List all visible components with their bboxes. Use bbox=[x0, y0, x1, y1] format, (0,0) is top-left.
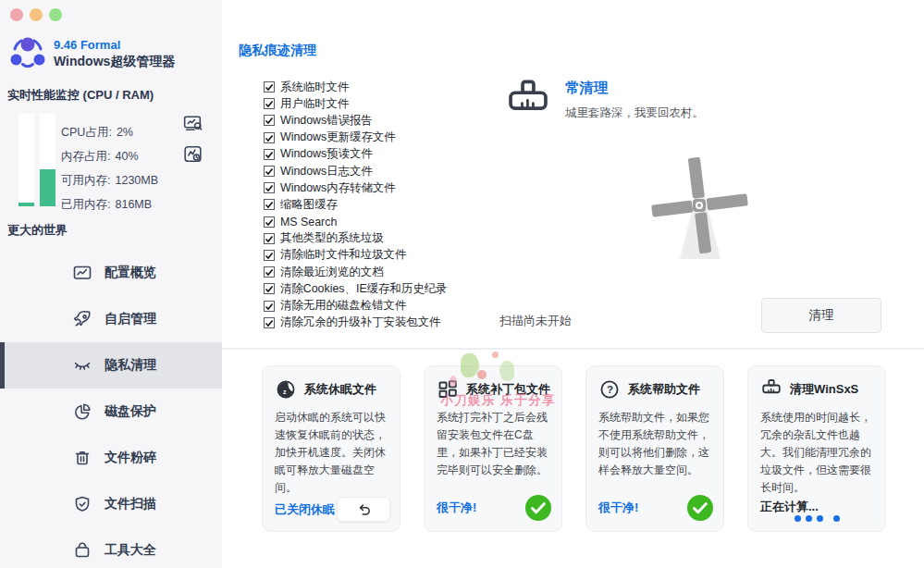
sidebar-item-privacy-clean[interactable]: 隐私清理 bbox=[0, 342, 222, 389]
hibernation-status-link[interactable]: 已关闭休眠 bbox=[275, 501, 335, 518]
cleanup-option[interactable]: 清除冗余的升级补丁安装包文件 bbox=[264, 315, 447, 331]
app-window: 9.46 Formal Windows超级管理器 实时性能监控 (CPU / R… bbox=[0, 0, 924, 568]
cleanup-options-list: 系统临时文件 用户临时文件 Windows错误报告 Windows更新缓存文件 … bbox=[264, 79, 447, 331]
sidebar-item-file-scan[interactable]: 文件扫描 bbox=[0, 481, 222, 527]
traffic-light-close[interactable] bbox=[10, 8, 23, 21]
card-title: 系统休眠文件 bbox=[304, 381, 376, 398]
ram-usage-stat: 内存占用:40% bbox=[61, 144, 158, 168]
main-content: 隐私痕迹清理 系统临时文件 用户临时文件 Windows错误报告 Windows… bbox=[222, 0, 924, 568]
trash-icon bbox=[72, 448, 92, 468]
sidebar-item-autostart[interactable]: 自启管理 bbox=[0, 296, 222, 342]
closed-eye-icon bbox=[72, 355, 92, 376]
card-winsxs-clean: 清理WinSxS 系统使用的时间越长，冗余的杂乱文件也越大。我们能清理冗余的垃圾… bbox=[747, 365, 886, 532]
shield-check-icon bbox=[72, 494, 92, 514]
quick-clean-header: 常清理 城里套路深，我要回农村。 bbox=[504, 78, 704, 126]
sidebar-item-config-overview[interactable]: 配置概览 bbox=[0, 250, 222, 296]
checkbox-checked[interactable] bbox=[264, 250, 275, 261]
svg-text:?: ? bbox=[607, 384, 613, 395]
patch-grid-icon bbox=[437, 378, 459, 401]
section-label: 更大的世界 bbox=[7, 222, 68, 239]
card-description: 系统使用的时间越长，冗余的杂乱文件也越大。我们能清理冗余的垃圾文件，但这需要很长… bbox=[760, 409, 875, 497]
cleanup-option[interactable]: 用户临时文件 bbox=[264, 95, 447, 112]
sidebar-item-label: 磁盘保护 bbox=[105, 403, 156, 420]
sidebar-item-label: 隐私清理 bbox=[105, 357, 156, 374]
sidebar: 9.46 Formal Windows超级管理器 实时性能监控 (CPU / R… bbox=[0, 0, 222, 568]
cleanup-option[interactable]: Windows错误报告 bbox=[264, 112, 447, 129]
sidebar-item-label: 自启管理 bbox=[105, 311, 156, 327]
checkbox-checked[interactable] bbox=[264, 115, 275, 126]
free-ram-stat: 可用内存:1230MB bbox=[61, 168, 158, 192]
traffic-light-maximize[interactable] bbox=[49, 8, 62, 21]
toolbag-icon bbox=[72, 540, 92, 561]
performance-stats: CPU占用:2% 内存占用:40% 可用内存:1230MB 已用内存:816MB bbox=[61, 120, 158, 216]
used-ram-stat: 已用内存:816MB bbox=[61, 192, 158, 216]
checkbox-checked[interactable] bbox=[264, 216, 275, 228]
sidebar-item-disk-protect[interactable]: 磁盘保护 bbox=[0, 389, 222, 435]
windmill-blade bbox=[651, 201, 693, 217]
undo-button[interactable] bbox=[337, 497, 390, 522]
cleanup-option[interactable]: 其他类型的系统垃圾 bbox=[264, 230, 447, 247]
question-icon: ? bbox=[598, 378, 621, 401]
card-title: 系统帮助文件 bbox=[628, 381, 700, 398]
app-logo-row: 9.46 Formal Windows超级管理器 bbox=[7, 35, 175, 72]
sidebar-item-label: 文件扫描 bbox=[105, 496, 156, 512]
cleanup-option[interactable]: 缩略图缓存 bbox=[264, 196, 447, 213]
checkbox-checked[interactable] bbox=[264, 266, 275, 278]
traffic-light-minimize[interactable] bbox=[30, 8, 43, 21]
cleanup-option[interactable]: 清除最近浏览的文档 bbox=[264, 264, 447, 280]
card-help-files: ? 系统帮助文件 系统帮助文件，如果您不使用系统帮助文件，则可以将他们删除，这样… bbox=[585, 365, 724, 532]
svg-text:z: z bbox=[283, 389, 287, 395]
windmill-blade bbox=[687, 157, 704, 199]
scan-status: 扫描尚未开始 bbox=[499, 313, 572, 329]
broom-icon bbox=[760, 378, 782, 401]
watermark-splat bbox=[492, 352, 499, 358]
sidebar-item-label: 工具大全 bbox=[105, 542, 156, 559]
checkbox-checked[interactable] bbox=[264, 233, 275, 244]
checkbox-checked[interactable] bbox=[264, 283, 275, 294]
rocket-icon bbox=[72, 309, 92, 329]
cleanup-option[interactable]: 清除无用的磁盘检错文件 bbox=[264, 297, 447, 314]
sidebar-item-file-shred[interactable]: 文件粉碎 bbox=[0, 435, 222, 481]
sidebar-item-toolbox[interactable]: 工具大全 bbox=[0, 527, 222, 568]
cleanup-option[interactable]: MS Search bbox=[264, 214, 447, 230]
checkbox-checked[interactable] bbox=[264, 132, 275, 143]
windmill-hub bbox=[693, 199, 706, 212]
app-version: 9.46 Formal bbox=[54, 38, 175, 52]
performance-monitor-title: 实时性能监控 (CPU / RAM) bbox=[7, 87, 154, 104]
cleanup-option[interactable]: 清除临时文件和垃圾文件 bbox=[264, 247, 447, 264]
cleanup-option[interactable]: Windows预读文件 bbox=[264, 146, 447, 163]
section-divider bbox=[222, 348, 924, 350]
sidebar-item-label: 配置概览 bbox=[105, 265, 156, 281]
windmill-illustration bbox=[646, 155, 753, 259]
cleanup-option[interactable]: 清除Cookies、IE缓存和历史纪录 bbox=[264, 280, 447, 297]
checkbox-checked[interactable] bbox=[264, 182, 275, 193]
cleanup-option[interactable]: 系统临时文件 bbox=[264, 79, 447, 95]
resource-monitor-icon[interactable] bbox=[181, 112, 204, 135]
cpu-usage-stat: CPU占用:2% bbox=[61, 120, 158, 144]
sidebar-menu: 配置概览 自启管理 隐 bbox=[0, 250, 222, 568]
window-traffic-lights bbox=[10, 8, 62, 21]
clean-check-icon bbox=[524, 494, 552, 522]
cleanup-option[interactable]: Windows内存转储文件 bbox=[264, 179, 447, 196]
card-description: 系统打完补丁之后会残留安装包文件在C盘里，如果补丁已经安装完毕则可以安全删除。 bbox=[437, 409, 551, 479]
checkbox-checked[interactable] bbox=[264, 317, 275, 328]
checkbox-checked[interactable] bbox=[264, 98, 275, 109]
checkbox-checked[interactable] bbox=[264, 166, 275, 177]
card-status: 很干净! bbox=[437, 500, 476, 516]
checkbox-checked[interactable] bbox=[264, 149, 275, 160]
performance-history-icon[interactable] bbox=[181, 142, 204, 166]
system-cards: z 系统休眠文件 启动休眠的系统可以快速恢复休眠前的状态，加快开机速度。关闭休眠… bbox=[262, 365, 886, 532]
ram-usage-bar bbox=[40, 114, 55, 206]
windmill-blade bbox=[706, 193, 747, 210]
cleanup-option[interactable]: Windows更新缓存文件 bbox=[264, 130, 447, 146]
card-title: 清理WinSxS bbox=[790, 381, 858, 398]
page-title: 隐私痕迹清理 bbox=[239, 43, 316, 59]
checkbox-checked[interactable] bbox=[264, 81, 275, 93]
quick-clean-subtitle: 城里套路深，我要回农村。 bbox=[565, 105, 704, 121]
clean-button[interactable]: 清理 bbox=[761, 298, 881, 333]
checkbox-checked[interactable] bbox=[264, 199, 275, 210]
cleanup-option[interactable]: Windows日志文件 bbox=[264, 163, 447, 179]
clean-check-icon bbox=[686, 494, 714, 522]
broom-icon bbox=[504, 78, 552, 126]
checkbox-checked[interactable] bbox=[264, 301, 275, 312]
